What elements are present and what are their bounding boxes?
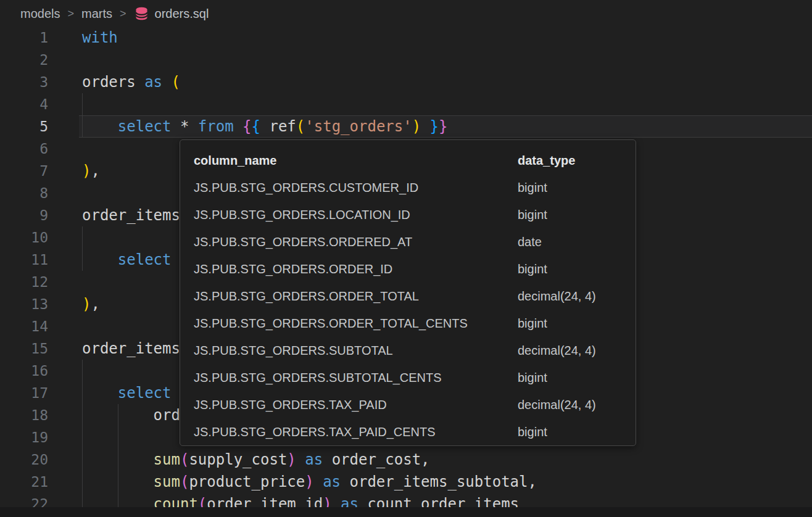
code-token: with [82,29,118,46]
popup-row: JS.PUB.STG_ORDERS.ORDER_TOTAL_CENTSbigin… [194,310,636,337]
chevron-right-icon: > [120,7,126,20]
code-line[interactable]: 21 sum(product_price) as order_items_sub… [0,471,812,493]
code-line[interactable]: 4 [0,93,812,115]
line-number: 3 [0,71,48,93]
line-number: 6 [0,138,48,160]
code-line[interactable]: 2 [0,49,812,71]
code-token: { [242,118,251,135]
breadcrumb-item-models[interactable]: models [20,7,60,21]
line-number: 13 [0,293,48,315]
code-text: ), [82,160,100,182]
popup-row: JS.PUB.STG_ORDERS.ORDER_TOTALdecimal(24,… [194,283,636,310]
breadcrumb-item-marts[interactable]: marts [81,7,112,21]
code-token: ( [180,473,189,490]
code-line[interactable]: 20 sum(supply_cost) as order_cost, [0,449,812,471]
data-type-cell: date [518,228,542,255]
code-token [189,118,197,135]
code-token: sum [154,451,180,468]
code-token: order_items_subtotal, [350,473,537,490]
code-token: , [91,162,99,180]
code-text: sum(product_price) as order_items_subtot… [82,471,537,493]
column-name-cell: JS.PUB.STG_ORDERS.ORDERED_AT [194,228,518,255]
line-number: 8 [0,182,48,204]
code-token [82,384,118,402]
code-token [296,451,305,468]
code-token [82,407,154,424]
line-number: 9 [0,204,48,226]
code-token: ( [180,451,189,468]
line-number: 1 [0,27,48,49]
code-text: select * from {{ ref('stg_orders') }} [82,115,447,138]
code-token [82,451,154,468]
code-token: from [198,118,234,135]
code-line-current[interactable]: 5 select * from {{ ref('stg_orders') }} [0,115,812,138]
line-number: 18 [0,404,48,426]
breadcrumb-item-file[interactable]: orders.sql [134,6,209,21]
code-token [162,73,171,91]
data-type-cell: bigint [518,201,547,228]
data-type-cell: bigint [518,364,547,391]
code-text: order_items [82,204,180,226]
data-type-cell: bigint [518,255,547,283]
code-token [82,473,154,490]
line-number: 21 [0,471,48,493]
popup-row: JS.PUB.STG_ORDERS.SUBTOTALdecimal(24, 4) [194,337,636,364]
code-token: ) [82,296,91,313]
line-number: 2 [0,49,48,71]
popup-row: JS.PUB.STG_ORDERS.LOCATION_IDbigint [194,201,636,228]
code-token: ) [287,451,296,468]
line-number: 12 [0,271,48,293]
column-name-cell: JS.PUB.STG_ORDERS.SUBTOTAL [194,337,518,364]
popup-row: JS.PUB.STG_ORDERS.ORDERED_ATdate [194,228,636,255]
code-token: as [305,451,323,468]
line-number: 19 [0,426,48,449]
code-token: ord [154,407,180,424]
column-name-cell: JS.PUB.STG_ORDERS.ORDER_TOTAL [194,283,518,310]
code-token: product_price [189,473,305,490]
code-token: order_items [82,207,180,224]
code-token [341,473,349,490]
code-token: } [439,118,447,135]
line-number: 14 [0,315,48,337]
code-text: sum(supply_cost) as order_cost, [82,449,430,471]
code-token: order_cost, [332,451,430,468]
code-token: as [323,473,341,490]
code-token [260,118,269,135]
code-text: select [82,249,172,271]
line-number: 11 [0,249,48,271]
column-name-cell: JS.PUB.STG_ORDERS.ORDER_ID [194,255,518,283]
database-icon [134,6,149,21]
line-number: 16 [0,360,48,382]
code-token: sum [154,473,180,490]
column-name-cell: JS.PUB.STG_ORDERS.ORDER_TOTAL_CENTS [194,310,518,337]
code-token: { [252,118,260,135]
popup-row: JS.PUB.STG_ORDERS.ORDER_IDbigint [194,255,636,283]
code-text: ), [82,293,100,315]
file-name: orders.sql [155,7,209,21]
code-text: ord [82,404,180,426]
code-token: 'stg_orders' [305,118,412,135]
code-token: , [91,296,99,313]
code-token: * [180,118,189,135]
popup-row: JS.PUB.STG_ORDERS.SUBTOTAL_CENTSbigint [194,364,636,391]
popup-row: JS.PUB.STG_ORDERS.TAX_PAIDdecimal(24, 4) [194,391,636,418]
code-token [172,118,180,135]
code-token: ) [412,118,421,135]
code-token [323,451,331,468]
line-number: 15 [0,337,48,360]
code-text: order_items [82,337,180,360]
popup-column-name-header: column_name [194,147,518,174]
popup-header-row: column_name data_type [194,147,636,174]
line-number: 5 [0,115,48,138]
code-line[interactable]: 1with [0,27,812,49]
code-line[interactable]: 3orders as ( [0,71,812,93]
code-text: orders as ( [82,71,180,93]
column-name-cell: JS.PUB.STG_ORDERS.TAX_PAID_CENTS [194,418,518,445]
line-number: 7 [0,160,48,182]
column-info-popup: column_name data_type JS.PUB.STG_ORDERS.… [180,139,636,446]
code-text: select [82,382,172,404]
code-token: ref [269,118,296,135]
popup-data-type-header: data_type [518,147,575,174]
code-token [421,118,429,135]
data-type-cell: decimal(24, 4) [518,391,596,418]
